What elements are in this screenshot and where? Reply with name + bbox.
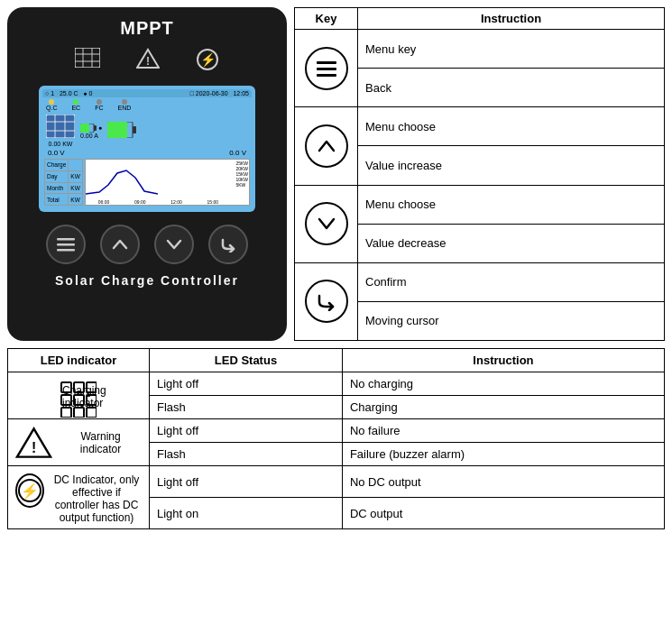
up-key-icon: [305, 124, 348, 168]
svg-text:!: !: [32, 439, 36, 455]
led-icon-charging: Charging indicator: [8, 372, 150, 419]
key-instruction-menu-key: Menu key: [358, 30, 665, 69]
menu-key-icon: [305, 47, 348, 90]
led-status-light-off-3: Light off: [150, 466, 343, 498]
led-col1-header: LED indicator: [8, 349, 150, 372]
led-instruction-dc-output: DC output: [342, 498, 664, 529]
device-title: MPPT: [120, 18, 174, 39]
key-icon-up: [295, 107, 358, 185]
device-screen: ○ 1 25.0 C ● 0 □ 2020-06-30 12:05 Q.C EC…: [39, 86, 255, 212]
down-button[interactable]: [154, 225, 194, 264]
up-button[interactable]: [100, 225, 140, 264]
device-top-icons: ! ⚡: [75, 48, 219, 77]
led-col3-header: Instruction: [342, 349, 664, 372]
key-col-header: Key: [295, 8, 358, 30]
svg-rect-18: [107, 122, 127, 138]
led-row-dc-1: ⚡ DC Indicator, only effective if contro…: [8, 466, 665, 498]
led-status-light-on: Light on: [150, 498, 343, 529]
svg-rect-9: [46, 115, 75, 138]
key-icon-menu: [295, 30, 358, 107]
key-instruction-section: Key Instruction: [294, 7, 665, 341]
key-icon-confirm: [295, 262, 358, 340]
svg-text:⚡: ⚡: [200, 52, 216, 68]
svg-rect-0: [75, 48, 100, 68]
key-row-down: Menu choose: [295, 185, 665, 224]
led-status-light-off-2: Light off: [150, 419, 343, 443]
confirm-key-icon: [305, 280, 348, 323]
warning-icon: !: [136, 48, 160, 77]
dc-icon: ⚡: [196, 48, 219, 77]
led-icon-dc: ⚡ DC Indicator, only effective if contro…: [8, 466, 150, 529]
led-instruction-charging: Charging: [342, 396, 664, 419]
device-panel: MPPT ! ⚡: [7, 7, 287, 341]
svg-rect-15: [80, 124, 89, 133]
warning-led-icon: !: [15, 426, 52, 460]
svg-text:!: !: [146, 55, 150, 68]
svg-text:⚡: ⚡: [21, 482, 39, 500]
key-instruction-back: Back: [358, 69, 665, 107]
led-instruction-no-charging: No charging: [342, 372, 664, 396]
led-instruction-failure: Failure (buzzer alarm): [342, 443, 664, 466]
solar-panel-icon: [75, 48, 100, 77]
dc-indicator-label: DC Indicator, only effective if controll…: [51, 473, 142, 524]
led-row-warning-1: ! Warning indicator Light off No failure: [8, 419, 665, 443]
svg-rect-16: [94, 125, 97, 131]
confirm-button[interactable]: [208, 225, 248, 264]
led-row-charging-1: Charging indicator Light off No charging: [8, 372, 665, 396]
menu-button[interactable]: [46, 225, 86, 264]
led-instruction-no-dc: No DC output: [342, 466, 664, 498]
instruction-col-header: Instruction: [358, 8, 665, 30]
key-row-up: Menu choose: [295, 107, 665, 146]
led-instruction-no-failure: No failure: [342, 419, 664, 443]
svg-rect-21: [57, 243, 75, 246]
key-instruction-confirm: Confirm: [358, 262, 665, 301]
led-status-light-off-1: Light off: [150, 372, 343, 396]
svg-rect-20: [57, 238, 75, 241]
key-icon-down: [295, 185, 358, 262]
led-status-flash-2: Flash: [150, 443, 343, 466]
led-status-flash-1: Flash: [150, 396, 343, 419]
device-label: Solar Charge Controller: [55, 273, 239, 288]
led-table: LED indicator LED Status Instruction: [7, 348, 665, 529]
key-instruction-menu-choose-down: Menu choose: [358, 185, 665, 224]
dc-led-icon: ⚡: [15, 473, 44, 508]
led-section: LED indicator LED Status Instruction: [0, 348, 672, 537]
key-table: Key Instruction: [294, 7, 665, 341]
key-row-confirm: Confirm: [295, 262, 665, 301]
led-col2-header: LED Status: [150, 349, 343, 372]
key-instruction-value-decrease: Value decrease: [358, 224, 665, 262]
svg-rect-25: [317, 74, 336, 77]
led-icon-warning: ! Warning indicator: [8, 419, 150, 466]
svg-rect-19: [133, 126, 136, 133]
key-instruction-menu-choose-up: Menu choose: [358, 107, 665, 146]
svg-rect-23: [317, 61, 336, 64]
down-key-icon: [305, 202, 348, 245]
charging-indicator-label: Charging indicator: [15, 384, 142, 409]
device-buttons: [46, 225, 248, 264]
svg-rect-24: [317, 68, 336, 70]
key-instruction-cursor: Moving cursor: [358, 301, 665, 340]
key-instruction-value-increase: Value increase: [358, 146, 665, 185]
key-row-menu: Menu key: [295, 30, 665, 69]
svg-rect-22: [57, 249, 75, 252]
warning-indicator-label: Warning indicator: [60, 430, 142, 455]
